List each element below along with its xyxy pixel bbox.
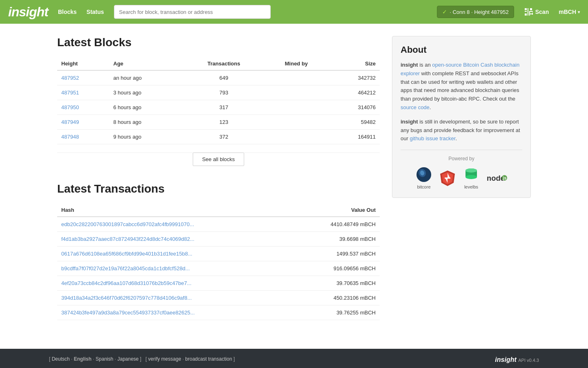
scan-label: Scan xyxy=(535,9,549,15)
table-row: 487949 8 hours ago 123 59482 xyxy=(57,115,380,130)
right-column: About insight is an open-source Bitcoin … xyxy=(392,36,531,198)
svg-point-18 xyxy=(466,175,477,179)
tx-hash: 4ef20a73ccb84c2df96aa107d68d31076b2b59c4… xyxy=(57,276,292,291)
block-transactions: 649 xyxy=(183,70,265,85)
chevron-down-icon: ▾ xyxy=(578,10,580,14)
table-row: 4ef20a73ccb84c2df96aa107d68d31076b2b59c4… xyxy=(57,276,380,291)
block-height-link[interactable]: 487952 xyxy=(61,75,79,81)
tx-hash: edb20c282200763001897cabcc6d9702afc4fb99… xyxy=(57,217,292,232)
tx-value: 450.23106 mBCH xyxy=(292,291,380,305)
bitcore-label: bitcore xyxy=(417,184,430,189)
about-insight-bold-1: insight xyxy=(401,62,418,68)
block-height-link[interactable]: 487948 xyxy=(61,134,79,140)
scan-button[interactable]: Scan xyxy=(524,7,549,16)
connection-badge: ✓ · Conn 8 · Height 487952 xyxy=(437,6,514,18)
tx-value: 39.6698 mBCH xyxy=(292,232,380,247)
block-mined-by xyxy=(265,100,328,115)
tx-hash-link[interactable]: 4ef20a73ccb84c2df96aa107d68d31076b2b59c4… xyxy=(61,280,192,286)
block-transactions: 793 xyxy=(183,85,265,100)
left-column: Latest Blocks Height Age Transactions Mi… xyxy=(57,36,380,320)
tx-hash-link[interactable]: 387424b3fe497a9d3a8a79cec554937337cf0aee… xyxy=(61,310,195,316)
see-all-row: See all blocks xyxy=(57,153,380,166)
latest-blocks-title: Latest Blocks xyxy=(57,36,380,49)
block-size: 164911 xyxy=(327,130,380,144)
svg-rect-3 xyxy=(528,8,528,16)
latest-transactions-title: Latest Transactions xyxy=(57,182,380,195)
svg-text:js: js xyxy=(503,176,507,180)
blockchain-explorer-link[interactable]: open-source Bitcoin Cash blockchain expl… xyxy=(401,62,519,76)
svg-rect-5 xyxy=(525,11,527,12)
table-row: 387424b3fe497a9d3a8a79cec554937337cf0aee… xyxy=(57,305,380,320)
search-input[interactable] xyxy=(114,5,271,19)
leveldb-logo: levelbs xyxy=(463,166,479,189)
block-mined-by xyxy=(265,85,328,100)
blocks-table: Height Age Transactions Mined by Size 48… xyxy=(57,57,380,144)
powered-by-label: Powered by xyxy=(401,156,522,162)
block-height: 487951 xyxy=(57,85,109,100)
about-title: About xyxy=(401,45,522,55)
footer-spanish[interactable]: Spanish xyxy=(96,356,113,362)
tx-value: 1499.537 mBCH xyxy=(292,247,380,261)
block-size: 342732 xyxy=(327,70,380,85)
check-icon: ✓ xyxy=(442,9,447,15)
tx-value: 4410.48749 mBCH xyxy=(292,217,380,232)
blocks-table-header: Height Age Transactions Mined by Size xyxy=(57,57,380,70)
footer-japanese[interactable]: Japanese xyxy=(117,356,138,362)
block-mined-by xyxy=(265,115,328,130)
blocks-table-body: 487952 an hour ago 649 342732 487951 3 h… xyxy=(57,70,380,144)
source-code-link[interactable]: source code xyxy=(401,104,430,110)
footer-broadcast-transaction[interactable]: broadcast transaction xyxy=(185,356,232,362)
block-age: an hour ago xyxy=(109,70,183,85)
bitcore-icon xyxy=(416,166,432,183)
powered-by-section: Powered by bitcore xyxy=(401,150,522,189)
navbar: insight Blocks Status ✓ · Conn 8 · Heigh… xyxy=(0,0,588,24)
block-age: 3 hours ago xyxy=(109,85,183,100)
mbch-dropdown[interactable]: mBCH ▾ xyxy=(559,9,580,15)
block-height-link[interactable]: 487951 xyxy=(61,90,79,96)
table-row: 394d18a34a2f3c646f70d62f6207597c778d4106… xyxy=(57,291,380,305)
about-insight-bold-2: insight xyxy=(401,119,418,125)
tx-hash-link[interactable]: b9cdffa7f07f027d2e19a76f22a8045cda1c1dbf… xyxy=(61,265,190,272)
svg-rect-6 xyxy=(530,11,533,12)
leveldb-label: levelbs xyxy=(464,184,478,189)
nav-status[interactable]: Status xyxy=(87,9,104,15)
github-issue-tracker-link[interactable]: github issue tracker xyxy=(410,135,455,141)
tx-hash: 387424b3fe497a9d3a8a79cec554937337cf0aee… xyxy=(57,305,292,320)
block-height-link[interactable]: 487950 xyxy=(61,104,79,110)
block-transactions: 317 xyxy=(183,100,265,115)
tx-hash-link[interactable]: edb20c282200763001897cabcc6d9702afc4fb99… xyxy=(61,221,194,227)
tx-value: 916.09656 mBCH xyxy=(292,261,380,276)
block-transactions: 372 xyxy=(183,130,265,144)
transactions-table-header: Hash Value Out xyxy=(57,204,380,217)
footer-brand-name: insight xyxy=(495,356,516,363)
see-all-blocks-button[interactable]: See all blocks xyxy=(193,153,244,166)
footer-verify-message[interactable]: verify message xyxy=(148,356,181,362)
scan-icon xyxy=(524,7,533,16)
about-paragraph-2: insight is still in development, so be s… xyxy=(401,118,522,143)
tx-hash: 0617a676d6108ea65f686cf9bfd99e401b31d1fe… xyxy=(57,247,292,261)
col-value-out: Value Out xyxy=(292,204,380,217)
block-size: 314076 xyxy=(327,100,380,115)
nav-blocks[interactable]: Blocks xyxy=(58,9,77,15)
col-size: Size xyxy=(327,57,380,70)
block-height: 487949 xyxy=(57,115,109,130)
footer-english[interactable]: English xyxy=(74,356,91,362)
svg-rect-8 xyxy=(532,13,533,15)
main-content: Latest Blocks Height Age Transactions Mi… xyxy=(49,24,539,332)
table-row: f4d1ab3ba2927aaec87c8724943f224d8dc74c40… xyxy=(57,232,380,247)
tx-hash-link[interactable]: f4d1ab3ba2927aaec87c8724943f224d8dc74c40… xyxy=(61,236,194,242)
angular-icon xyxy=(439,170,456,186)
tx-hash-link[interactable]: 0617a676d6108ea65f686cf9bfd99e401b31d1fe… xyxy=(61,251,192,257)
block-transactions: 123 xyxy=(183,115,265,130)
block-mined-by xyxy=(265,70,328,85)
nodejs-logo: node js xyxy=(487,172,507,184)
tx-hash: f4d1ab3ba2927aaec87c8724943f224d8dc74c40… xyxy=(57,232,292,247)
footer-deutsch[interactable]: Deutsch xyxy=(52,356,70,362)
table-row: edb20c282200763001897cabcc6d9702afc4fb99… xyxy=(57,217,380,232)
tx-hash-link[interactable]: 394d18a34a2f3c646f70d62f6207597c778d4106… xyxy=(61,295,192,301)
table-row: 487952 an hour ago 649 342732 xyxy=(57,70,380,85)
block-height-link[interactable]: 487949 xyxy=(61,119,79,125)
block-height: 487948 xyxy=(57,130,109,144)
tx-hash: 394d18a34a2f3c646f70d62f6207597c778d4106… xyxy=(57,291,292,305)
svg-rect-4 xyxy=(529,11,530,16)
